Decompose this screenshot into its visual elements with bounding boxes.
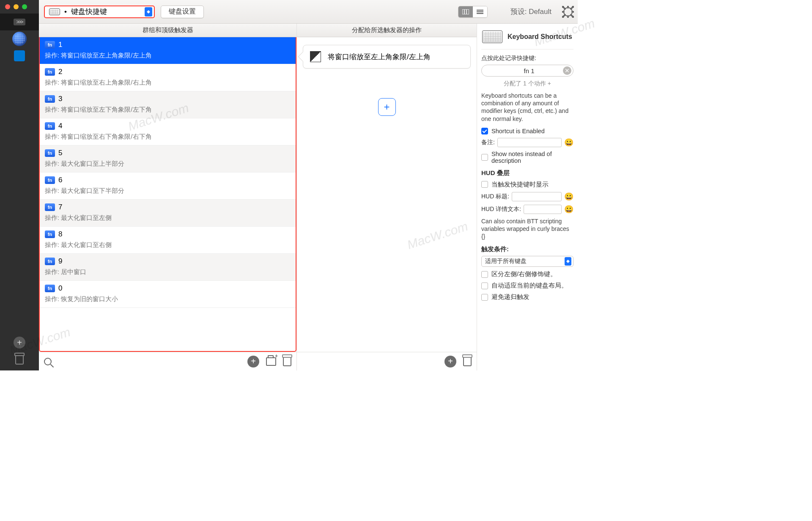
delete-action-button[interactable]	[463, 357, 472, 366]
checkbox-icon[interactable]	[481, 154, 488, 161]
shortcut-record-field[interactable]: fn 1 ✕	[481, 65, 573, 77]
trigger-action: 操作: 将窗口缩放至左上角象限/左上角	[45, 52, 291, 60]
cond-lr-row[interactable]: 区分左侧/右侧修饰键。	[481, 270, 573, 278]
trigger-row[interactable]: fn8操作: 最大化窗口至右侧	[40, 227, 296, 254]
recorded-value: fn 1	[524, 67, 534, 74]
arrows-icon: >>>	[14, 19, 25, 25]
trigger-key: 2	[58, 68, 62, 76]
vscode-icon	[14, 50, 25, 61]
checkbox-icon[interactable]	[481, 271, 488, 278]
fullscreen-window-button[interactable]	[22, 4, 27, 9]
trigger-action: 操作: 居中窗口	[45, 268, 291, 276]
search-icon[interactable]	[44, 358, 52, 365]
checkbox-icon[interactable]	[481, 282, 488, 289]
notes-input[interactable]	[497, 138, 562, 147]
cond-adapt-row[interactable]: 自动适应当前的键盘布局。	[481, 282, 573, 290]
trigger-action: 操作: 最大化窗口至右侧	[45, 241, 291, 249]
actions-column-header: 分配给所选触发器的操作	[297, 24, 477, 37]
hud-detail-input[interactable]	[524, 205, 562, 214]
view-mode-segmented[interactable]	[458, 6, 488, 18]
delete-trigger-button[interactable]	[283, 357, 291, 366]
trigger-action: 操作: 将窗口缩放至右上角象限/右上角	[45, 79, 291, 87]
hud-detail-label: HUD 详情文本:	[481, 206, 521, 213]
checkbox-icon[interactable]	[481, 294, 488, 301]
hud-help-text: Can also contain BTT scripting variables…	[481, 217, 573, 241]
conditions-section-header: 触发条件:	[481, 245, 573, 253]
hud-title-label: HUD 标题:	[481, 193, 509, 200]
close-window-button[interactable]	[5, 4, 10, 9]
sidebar-item-all[interactable]: >>>	[0, 14, 39, 30]
hud-title-input[interactable]	[512, 192, 562, 201]
assigned-count[interactable]: 分配了 1 个动作 +	[481, 80, 573, 88]
enabled-row[interactable]: Shortcut is Enabled	[481, 128, 573, 134]
emoji-picker-button[interactable]: 😀	[564, 138, 573, 147]
trigger-row[interactable]: fn2操作: 将窗口缩放至右上角象限/右上角	[40, 64, 296, 91]
emoji-picker-button[interactable]: 😀	[564, 205, 573, 214]
fn-badge-icon: fn	[45, 122, 55, 130]
trigger-type-dropdown[interactable]: • 键盘快捷键	[44, 5, 155, 18]
clear-shortcut-button[interactable]: ✕	[563, 66, 571, 75]
notes-label: 备注:	[481, 139, 495, 146]
fn-badge-icon: fn	[45, 95, 55, 103]
trigger-action: 操作: 最大化窗口至上半部分	[45, 160, 291, 168]
keyboard-icon	[482, 30, 502, 43]
trigger-row[interactable]: fn0操作: 恢复为旧的窗口大小	[40, 281, 296, 308]
emoji-picker-button[interactable]: 😀	[564, 192, 573, 201]
inspector-title: Keyboard Shortcuts	[508, 33, 572, 41]
add-trigger-button[interactable]: +	[247, 356, 259, 367]
keyboard-settings-button[interactable]: 键盘设置	[161, 5, 204, 18]
add-action-button[interactable]: +	[378, 98, 396, 116]
add-group-button[interactable]	[266, 357, 276, 366]
sidebar-item-vscode[interactable]	[0, 47, 39, 64]
trigger-list: fn1操作: 将窗口缩放至左上角象限/左上角fn2操作: 将窗口缩放至右上角象限…	[39, 37, 296, 352]
inspector-panel: Keyboard Shortcuts 点按此处记录快捷键: fn 1 ✕ 分配了…	[477, 24, 578, 304]
checkbox-icon[interactable]	[481, 128, 488, 134]
trigger-row[interactable]: fn6操作: 最大化窗口至下半部分	[40, 173, 296, 200]
window-controls	[0, 0, 39, 14]
add-action-button-footer[interactable]: +	[444, 356, 456, 367]
action-card[interactable]: 将窗口缩放至左上角象限/左上角	[303, 45, 471, 69]
fn-badge-icon: fn	[45, 68, 55, 76]
fn-badge-icon: fn	[45, 203, 55, 211]
minimize-window-button[interactable]	[14, 4, 19, 9]
trigger-row[interactable]: fn1操作: 将窗口缩放至左上角象限/左上角	[40, 37, 296, 64]
trigger-key: 7	[58, 203, 62, 211]
preset-label[interactable]: 预设: Default	[510, 7, 551, 16]
trigger-row[interactable]: fn9操作: 居中窗口	[40, 254, 296, 281]
show-notes-row[interactable]: Show notes instead of description	[481, 151, 573, 164]
trigger-key: 6	[58, 176, 62, 184]
trigger-row[interactable]: fn7操作: 最大化窗口至左侧	[40, 200, 296, 227]
fn-badge-icon: fn	[45, 41, 55, 49]
fn-badge-icon: fn	[45, 149, 55, 157]
checkbox-icon[interactable]	[481, 181, 488, 188]
fn-badge-icon: fn	[45, 258, 55, 265]
delete-app-button[interactable]	[15, 355, 24, 365]
trigger-key: 4	[58, 122, 62, 130]
keyboard-scope-select[interactable]: 适用于所有键盘	[481, 256, 573, 267]
trigger-action: 操作: 最大化窗口至左侧	[45, 214, 291, 222]
app-sidebar: >>> +	[0, 0, 39, 370]
keyboard-icon	[49, 8, 60, 15]
action-title: 将窗口缩放至左上角象限/左上角	[328, 52, 431, 62]
fn-badge-icon: fn	[45, 285, 55, 292]
view-list-icon[interactable]	[473, 6, 487, 17]
trigger-key: 8	[58, 230, 62, 239]
trigger-action: 操作: 恢复为旧的窗口大小	[45, 295, 291, 303]
add-app-button[interactable]: +	[14, 337, 25, 348]
cond-avoid-row[interactable]: 避免递归触发	[481, 293, 573, 301]
chevron-updown-icon	[145, 7, 152, 16]
trigger-row[interactable]: fn3操作: 将窗口缩放至左下角象限/左下角	[40, 91, 296, 118]
top-left-corner-icon	[310, 51, 321, 62]
trigger-action: 操作: 最大化窗口至下半部分	[45, 187, 291, 195]
sidebar-item-global[interactable]	[0, 30, 39, 47]
trigger-action: 操作: 将窗口缩放至左下角象限/左下角	[45, 106, 291, 114]
trigger-key: 0	[58, 284, 62, 293]
hud-show-row[interactable]: 当触发快捷键时显示	[481, 181, 573, 189]
view-columns-icon[interactable]	[458, 6, 473, 17]
gear-icon[interactable]	[563, 7, 573, 16]
help-text: Keyboard shortcuts can be a combination …	[481, 92, 573, 123]
hud-section-header: HUD 叠层	[481, 169, 573, 177]
trigger-row[interactable]: fn4操作: 将窗口缩放至右下角象限/右下角	[40, 118, 296, 145]
svg-rect-0	[462, 9, 469, 14]
trigger-row[interactable]: fn5操作: 最大化窗口至上半部分	[40, 145, 296, 173]
